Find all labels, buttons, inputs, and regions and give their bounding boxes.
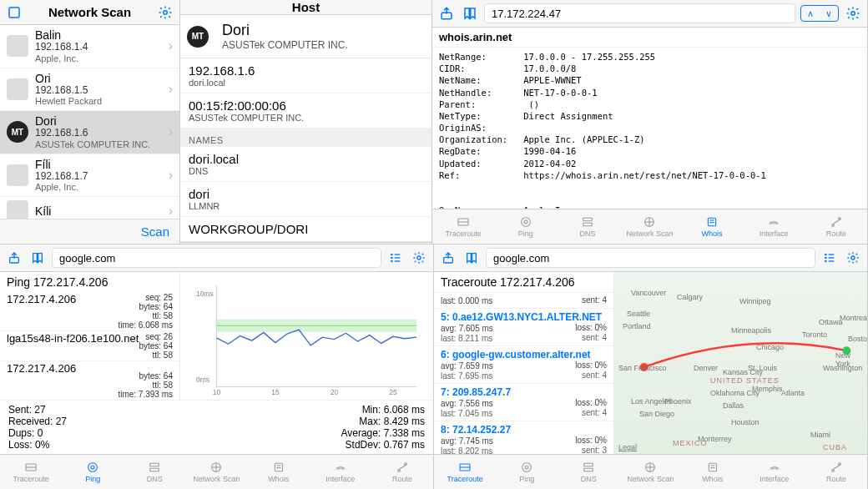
trace-map[interactable]: VancouverCalgaryWinnipegSeattlePortlandS… bbox=[614, 272, 867, 454]
svg-rect-64 bbox=[584, 468, 593, 471]
hop-row[interactable]: 8: 72.14.252.27 avg: 7.745 msloss: 0% la… bbox=[434, 421, 613, 454]
tab-traceroute[interactable]: Traceroute bbox=[432, 209, 494, 244]
whois-address-bar: ∧∨ bbox=[432, 0, 867, 28]
device-icon: MT bbox=[7, 121, 28, 143]
device-row[interactable]: Kíli › bbox=[0, 197, 179, 219]
host-avatar-icon: MT bbox=[187, 26, 209, 48]
tab-whois[interactable]: Whois bbox=[324, 243, 360, 244]
chart-line bbox=[216, 330, 416, 345]
tab-ping[interactable]: Ping bbox=[62, 455, 124, 489]
device-row[interactable]: MT Dori192.168.1.6ASUSTek COMPUTER INC. … bbox=[0, 111, 179, 154]
hop-row[interactable]: 6: google-gw.customer.alter.net avg: 7.6… bbox=[434, 346, 613, 384]
tabbar-host: TraceroutePingDNSNetwork ScanWhoisInterf… bbox=[180, 242, 431, 244]
panel-host: Host MT Dori ASUSTek COMPUTER INC. 192.1… bbox=[180, 0, 432, 244]
tab-ping[interactable]: Ping bbox=[496, 455, 558, 489]
traceroute-icon bbox=[455, 215, 472, 229]
trace-query-input[interactable] bbox=[486, 248, 815, 268]
map-label: Seattle bbox=[627, 310, 650, 318]
host-name: Dori bbox=[222, 22, 348, 39]
svg-rect-66 bbox=[709, 463, 716, 471]
network-scan-icon bbox=[642, 461, 659, 474]
device-row[interactable]: Fíli192.168.1.7Apple, Inc. › bbox=[0, 154, 179, 198]
dns-icon bbox=[580, 461, 597, 474]
hop-row[interactable]: 7: 209.85.247.7 avg: 7.556 msloss: 0% la… bbox=[434, 384, 613, 421]
svg-rect-63 bbox=[584, 463, 593, 466]
svg-point-33 bbox=[417, 256, 421, 260]
svg-rect-47 bbox=[275, 463, 282, 471]
host-mac-block[interactable]: 00:15:f2:00:00:06 ASUSTek COMPUTER INC. bbox=[180, 93, 431, 129]
list-icon[interactable] bbox=[820, 249, 839, 267]
host-name-row[interactable]: WORKGROUP/DORI bbox=[180, 217, 431, 242]
tab-interface[interactable]: Interface bbox=[743, 209, 805, 244]
share-icon[interactable] bbox=[437, 4, 456, 23]
network-scan-icon bbox=[208, 461, 225, 474]
bookmark-icon[interactable] bbox=[28, 249, 47, 267]
back-icon[interactable] bbox=[5, 3, 23, 22]
gear-icon[interactable] bbox=[410, 249, 428, 267]
map-label: Oklahoma City bbox=[710, 389, 760, 397]
prev-next-toggle[interactable]: ∧∨ bbox=[800, 5, 839, 22]
tab-dns[interactable]: DNS bbox=[557, 209, 618, 244]
tab-whois[interactable]: Whois bbox=[682, 455, 744, 489]
bookmark-icon[interactable] bbox=[461, 4, 479, 23]
tab-network-scan[interactable]: Network Scan bbox=[619, 455, 681, 489]
map-label: Houston bbox=[731, 418, 760, 426]
tab-whois[interactable]: Whois bbox=[681, 209, 743, 244]
host-ip-block[interactable]: 192.168.1.6 dori.local bbox=[180, 58, 431, 93]
tab-route[interactable]: Route bbox=[805, 455, 867, 489]
host-name-row[interactable]: doriLLMNR bbox=[180, 182, 431, 217]
host-names-list: dori.localDNSdoriLLMNRWORKGROUP/DORI bbox=[180, 147, 431, 242]
device-row[interactable]: Ori192.168.1.5Hewlett Packard › bbox=[0, 68, 179, 112]
chevron-right-icon: › bbox=[605, 435, 608, 445]
interface-icon bbox=[766, 461, 783, 474]
tab-ping[interactable]: Ping bbox=[216, 243, 252, 244]
host-name-row[interactable]: dori.localDNS bbox=[180, 147, 431, 182]
tab-route[interactable]: Route bbox=[805, 209, 867, 244]
tab-route[interactable]: Route bbox=[396, 243, 431, 244]
ping-query-input[interactable] bbox=[52, 248, 381, 268]
share-icon[interactable] bbox=[5, 249, 23, 267]
whois-text[interactable]: NetRange: 17.0.0.0 - 17.255.255.255 CIDR… bbox=[432, 48, 867, 209]
device-row[interactable]: Balin192.168.1.4Apple, Inc. › bbox=[0, 25, 179, 68]
gear-icon[interactable] bbox=[844, 249, 862, 267]
svg-text:10: 10 bbox=[213, 388, 221, 395]
list-icon[interactable] bbox=[386, 249, 405, 267]
tab-traceroute[interactable]: Traceroute bbox=[434, 455, 496, 489]
svg-text:25: 25 bbox=[389, 388, 397, 395]
tabbar-trace: TraceroutePingDNSNetwork ScanWhoisInterf… bbox=[434, 454, 867, 489]
share-icon[interactable] bbox=[439, 249, 457, 267]
tab-whois[interactable]: Whois bbox=[248, 455, 310, 489]
prev-icon[interactable]: ∧ bbox=[801, 6, 820, 21]
tab-dns[interactable]: DNS bbox=[124, 455, 185, 489]
gear-icon[interactable] bbox=[844, 4, 862, 23]
device-icon bbox=[7, 35, 28, 57]
chevron-right-icon: › bbox=[169, 168, 173, 183]
tab-ping[interactable]: Ping bbox=[494, 209, 556, 244]
svg-point-28 bbox=[391, 257, 392, 258]
hop-row[interactable]: 5: 0.ae12.GW13.NYC1.ALTER.NET avg: 7.605… bbox=[434, 309, 613, 346]
gear-icon[interactable] bbox=[156, 3, 174, 22]
tab-traceroute[interactable]: Traceroute bbox=[0, 455, 62, 489]
next-icon[interactable]: ∨ bbox=[820, 6, 838, 21]
tab-network-scan[interactable]: Network Scan bbox=[185, 455, 247, 489]
device-list: Balin192.168.1.4Apple, Inc. › Ori192.168… bbox=[0, 25, 179, 219]
tab-dns[interactable]: DNS bbox=[252, 243, 288, 244]
bookmark-icon[interactable] bbox=[462, 249, 481, 267]
whois-source: whois.arin.net bbox=[432, 28, 867, 48]
scan-button[interactable]: Scan bbox=[0, 219, 179, 244]
svg-rect-0 bbox=[9, 8, 19, 18]
whois-address-input[interactable] bbox=[484, 3, 795, 23]
tab-route[interactable]: Route bbox=[371, 455, 433, 489]
tab-interface[interactable]: Interface bbox=[360, 243, 396, 244]
tab-interface[interactable]: Interface bbox=[744, 455, 805, 489]
tab-network-scan[interactable]: Network Scan bbox=[288, 243, 324, 244]
map-label[interactable]: Legal bbox=[618, 443, 637, 451]
svg-point-1 bbox=[164, 10, 168, 14]
map-label: Monterrey bbox=[698, 435, 732, 443]
tab-traceroute[interactable]: Traceroute bbox=[180, 243, 216, 244]
tab-network-scan[interactable]: Network Scan bbox=[618, 209, 680, 244]
svg-point-54 bbox=[825, 257, 826, 258]
tab-interface[interactable]: Interface bbox=[310, 455, 371, 489]
map-label: Kansas City bbox=[723, 368, 763, 376]
tab-dns[interactable]: DNS bbox=[558, 455, 619, 489]
